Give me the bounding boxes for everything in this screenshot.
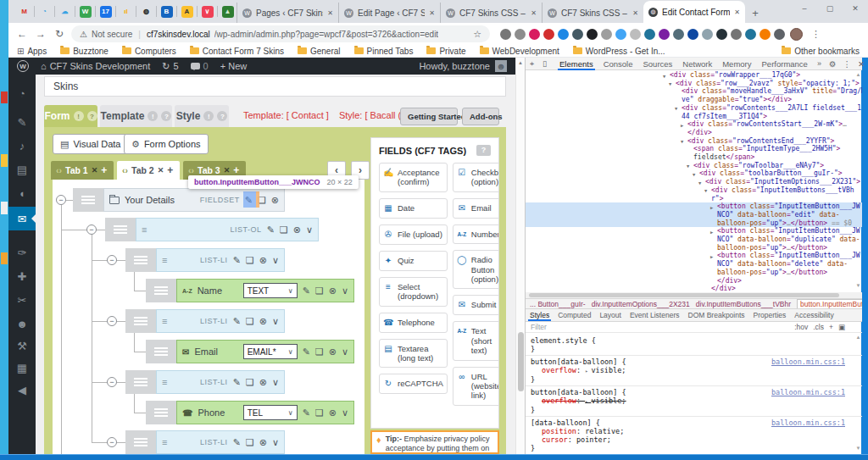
apps-shortcut[interactable]: ⊞Apps	[17, 47, 47, 56]
visual-data-button[interactable]: ▤Visual Data	[53, 134, 128, 154]
close-tab-icon[interactable]: ✕	[224, 166, 231, 175]
extension-icon[interactable]	[702, 29, 713, 40]
form-tab-1[interactable]: ‹›Tab 1✕+	[51, 161, 114, 180]
edit-icon[interactable]: ✎	[303, 407, 310, 418]
css-property[interactable]: cursor: pointer;	[531, 435, 857, 444]
delete-icon[interactable]: ⊗	[271, 195, 279, 206]
elements-tree[interactable]: ▼<div class="rowWrapper___17qG0">▼<div c…	[526, 70, 862, 292]
styles-tab-properties[interactable]: Properties	[749, 309, 791, 321]
breadcrumb-item[interactable]: div.InputItemOptions___2X231	[592, 300, 690, 308]
bookmark-folder[interactable]: General	[298, 47, 341, 56]
delete-icon[interactable]: ⊗	[259, 377, 267, 388]
field-button-radio[interactable]: ◯Radio Button (option)	[453, 250, 499, 289]
styles-tab-layout[interactable]: Layout	[595, 309, 626, 321]
more-tabs-icon[interactable]: »	[813, 59, 826, 68]
browser-tab[interactable]: WEdit Page ‹ CF7 Skins Team —✕	[338, 3, 440, 23]
edit-icon[interactable]: ✎	[233, 316, 241, 327]
tab-close-icon[interactable]: ✕	[734, 8, 740, 16]
styles-scroll-down[interactable]: ▼	[854, 446, 862, 451]
dom-node-line[interactable]: </div>	[526, 129, 862, 137]
duplicate-icon[interactable]: ❏	[315, 346, 324, 357]
styles-toggle[interactable]: +	[829, 323, 833, 331]
tab-form[interactable]: Form!?	[44, 105, 97, 127]
extension-icon[interactable]	[601, 29, 612, 40]
dom-node-line[interactable]: balloon-pos="up">…</button>	[526, 244, 862, 252]
close-tab-icon[interactable]: ✕	[158, 166, 164, 175]
dom-node-line[interactable]: NCO" data-balloon="delete" data-	[526, 260, 862, 269]
field-button-quiz[interactable]: ✦Quiz	[379, 251, 448, 271]
back-button[interactable]: ←	[15, 28, 29, 40]
updates-menu[interactable]: ↻5	[162, 61, 178, 72]
dom-node-line[interactable]: ▼<div class="row___2vavz" style="opacity…	[526, 80, 862, 88]
edit-icon[interactable]: ✎	[233, 377, 241, 388]
field-button-acceptance[interactable]: ✍Acceptance (confirm)	[379, 163, 448, 192]
delete-icon[interactable]: ⊗	[259, 255, 267, 266]
dom-node-line[interactable]: ve" draggable="true"></div>	[526, 96, 862, 104]
add-tab-icon[interactable]: +	[167, 164, 173, 176]
pinned-tab-green-tree[interactable]: ▲	[219, 3, 236, 20]
account-menu[interactable]: Howdy, buzztone☻	[419, 60, 507, 72]
pinned-tab-app-blue-circle[interactable]: ◔	[36, 3, 53, 20]
wordpress-logo-icon[interactable]: W	[17, 60, 29, 72]
page-scrollbar[interactable]: ▲	[515, 58, 525, 454]
pinned-tab-gmail[interactable]: M	[15, 3, 33, 20]
chevron-down-icon[interactable]: ∨	[272, 316, 279, 327]
close-tab-icon[interactable]: ✕	[92, 166, 98, 175]
tab-close-icon[interactable]: ✕	[531, 9, 537, 17]
chevron-down-icon[interactable]: ∨	[306, 224, 313, 236]
field-type-select[interactable]: EMAIL*∨	[243, 344, 298, 359]
extension-icon[interactable]	[731, 29, 742, 40]
bookmark-star-icon[interactable]: ☆	[473, 29, 481, 40]
dom-node-line[interactable]: NCO" data-balloon="duplicate" data-	[526, 236, 862, 244]
styles-tab-styles[interactable]: Styles	[526, 309, 554, 321]
elements-scroll-down[interactable]: ▼	[854, 283, 862, 288]
sidebar-item-tools[interactable]: ⚒	[8, 334, 36, 357]
dom-node-line[interactable]: ▼<div class="InputItemOptions___2X231">	[526, 178, 862, 186]
delete-icon[interactable]: ⊗	[293, 224, 301, 236]
new-content-menu[interactable]: + New	[220, 61, 248, 71]
sidebar-item-collapse-menu[interactable]: ◀	[8, 378, 36, 402]
styles-tab-computed[interactable]: Computed	[554, 309, 595, 321]
taskbar-app-icon[interactable]	[1, 91, 8, 103]
duplicate-icon[interactable]: ❏	[246, 437, 254, 448]
extension-icon[interactable]	[687, 29, 698, 40]
elements-hscrollbar[interactable]	[526, 292, 862, 298]
delete-icon[interactable]: ⊗	[329, 285, 337, 297]
field-button-telephone[interactable]: ☎Telephone	[379, 313, 448, 333]
styles-filter-input[interactable]: Filter	[531, 323, 547, 331]
dom-node-line[interactable]: ▼<div class="rowWrapper___17qG0">	[526, 71, 862, 80]
devtools-tab-network[interactable]: Network	[677, 58, 717, 70]
url-omnibox[interactable]: ⚠ Not secure | cf7skinsdev.local/wp-admi…	[71, 25, 490, 42]
extension-icon[interactable]	[673, 29, 684, 40]
taskbar-app-icon[interactable]	[1, 202, 8, 214]
badge-help[interactable]: ?	[217, 111, 227, 121]
duplicate-icon[interactable]: ❏	[315, 285, 324, 297]
breadcrumb-item[interactable]: ... Button___guIr-	[530, 300, 586, 308]
css-property[interactable]: position: relative;	[531, 427, 857, 435]
browser-profile-avatar[interactable]	[790, 28, 803, 41]
sidebar-item-users[interactable]: ☻	[8, 312, 36, 335]
inspect-element-icon[interactable]: ⌖	[526, 59, 538, 69]
field-type-select[interactable]: TEXT∨	[243, 283, 298, 298]
tab-template[interactable]: Template!?	[100, 105, 172, 127]
hscroll-thumb[interactable]	[529, 293, 839, 297]
styles-toggle[interactable]: ▣	[838, 323, 845, 331]
styles-tab-dom-breakpoints[interactable]: DOM Breakpoints	[684, 309, 749, 321]
sidebar-item-settings[interactable]: ▦	[8, 356, 36, 380]
edit-icon-inspected[interactable]: ✎	[245, 195, 253, 206]
devtools-tab-performance[interactable]: Performance	[757, 58, 813, 70]
sidebar-item-dashboard[interactable]: ◔	[8, 81, 36, 105]
sidebar-item-plugins[interactable]: ✚	[8, 264, 36, 288]
css-source-link[interactable]: balloon.min.css:1	[771, 388, 845, 396]
css-rule[interactable]: button[data-balloon] {balloon.min.css:1o…	[526, 356, 862, 386]
security-label[interactable]: Not secure	[92, 30, 132, 39]
other-bookmarks[interactable]: Other bookmarks	[782, 47, 860, 56]
pinned-tab-pocket[interactable]: ∨	[198, 3, 216, 20]
drag-handle[interactable]	[73, 188, 103, 212]
chevron-down-icon[interactable]: ∨	[272, 255, 279, 266]
extension-icon[interactable]	[644, 29, 655, 40]
devtools-menu-icon[interactable]: ⋮	[839, 59, 854, 69]
bookmark-folder[interactable]: Computers	[122, 47, 176, 56]
badge-help[interactable]: ?	[161, 111, 171, 121]
delete-icon[interactable]: ⊗	[329, 407, 337, 418]
